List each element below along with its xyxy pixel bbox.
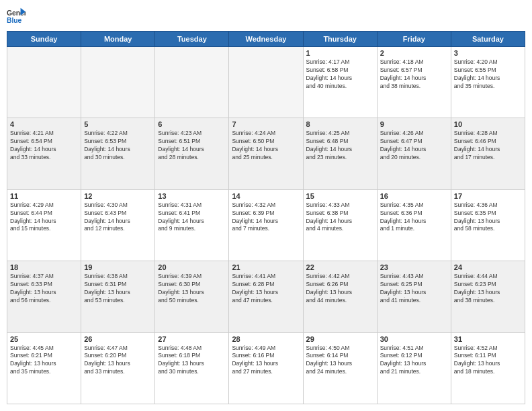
- day-number: 20: [158, 263, 226, 271]
- logo-icon: General Blue: [7, 7, 26, 26]
- day-number: 16: [380, 192, 448, 200]
- logo: General Blue: [7, 7, 30, 26]
- day-info: Sunrise: 4:39 AM Sunset: 6:30 PM Dayligh…: [158, 273, 226, 305]
- calendar-cell: 22Sunrise: 4:42 AM Sunset: 6:26 PM Dayli…: [303, 261, 377, 332]
- day-number: 8: [306, 120, 374, 128]
- day-header-sunday: Sunday: [7, 32, 81, 47]
- calendar-cell: 11Sunrise: 4:29 AM Sunset: 6:44 PM Dayli…: [7, 189, 81, 261]
- day-number: 22: [306, 263, 374, 271]
- calendar-cell: 29Sunrise: 4:50 AM Sunset: 6:14 PM Dayli…: [303, 332, 377, 404]
- calendar-cell: [155, 47, 229, 118]
- calendar-cell: 9Sunrise: 4:26 AM Sunset: 6:47 PM Daylig…: [377, 118, 451, 189]
- day-info: Sunrise: 4:29 AM Sunset: 6:44 PM Dayligh…: [10, 201, 78, 234]
- day-number: 18: [10, 263, 78, 271]
- day-number: 21: [232, 263, 300, 271]
- day-header-thursday: Thursday: [303, 32, 377, 47]
- day-number: 24: [454, 263, 522, 271]
- day-info: Sunrise: 4:24 AM Sunset: 6:50 PM Dayligh…: [232, 130, 300, 162]
- day-header-monday: Monday: [81, 32, 155, 47]
- calendar-cell: 26Sunrise: 4:47 AM Sunset: 6:20 PM Dayli…: [81, 332, 155, 404]
- calendar-cell: 21Sunrise: 4:41 AM Sunset: 6:28 PM Dayli…: [229, 261, 303, 332]
- day-header-saturday: Saturday: [451, 32, 525, 47]
- calendar-cell: 31Sunrise: 4:52 AM Sunset: 6:11 PM Dayli…: [451, 332, 525, 404]
- day-number: 6: [158, 120, 226, 128]
- calendar-cell: [7, 47, 81, 118]
- header: General Blue: [7, 7, 525, 26]
- calendar-cell: 28Sunrise: 4:49 AM Sunset: 6:16 PM Dayli…: [229, 332, 303, 404]
- day-header-friday: Friday: [377, 32, 451, 47]
- calendar-cell: 3Sunrise: 4:20 AM Sunset: 6:55 PM Daylig…: [451, 47, 525, 118]
- day-number: 23: [380, 263, 448, 271]
- day-number: 17: [454, 192, 522, 200]
- day-info: Sunrise: 4:18 AM Sunset: 6:57 PM Dayligh…: [380, 58, 448, 91]
- calendar-cell: 2Sunrise: 4:18 AM Sunset: 6:57 PM Daylig…: [377, 47, 451, 118]
- calendar-table: SundayMondayTuesdayWednesdayThursdayFrid…: [7, 31, 525, 404]
- day-number: 27: [158, 335, 226, 343]
- day-info: Sunrise: 4:21 AM Sunset: 6:54 PM Dayligh…: [10, 130, 78, 162]
- day-number: 1: [306, 49, 374, 57]
- day-info: Sunrise: 4:38 AM Sunset: 6:31 PM Dayligh…: [84, 273, 152, 305]
- calendar-cell: 7Sunrise: 4:24 AM Sunset: 6:50 PM Daylig…: [229, 118, 303, 189]
- calendar-cell: 16Sunrise: 4:35 AM Sunset: 6:36 PM Dayli…: [377, 189, 451, 261]
- day-info: Sunrise: 4:22 AM Sunset: 6:53 PM Dayligh…: [84, 130, 152, 162]
- day-number: 3: [454, 49, 522, 57]
- day-number: 25: [10, 335, 78, 343]
- calendar-cell: 1Sunrise: 4:17 AM Sunset: 6:58 PM Daylig…: [303, 47, 377, 118]
- day-header-tuesday: Tuesday: [155, 32, 229, 47]
- calendar-cell: [229, 47, 303, 118]
- day-number: 19: [84, 263, 152, 271]
- day-number: 28: [232, 335, 300, 343]
- calendar-cell: 17Sunrise: 4:36 AM Sunset: 6:35 PM Dayli…: [451, 189, 525, 261]
- day-number: 15: [306, 192, 374, 200]
- day-info: Sunrise: 4:26 AM Sunset: 6:47 PM Dayligh…: [380, 130, 448, 162]
- day-info: Sunrise: 4:43 AM Sunset: 6:25 PM Dayligh…: [380, 273, 448, 305]
- week-row-2: 4Sunrise: 4:21 AM Sunset: 6:54 PM Daylig…: [7, 118, 525, 189]
- calendar-cell: 25Sunrise: 4:45 AM Sunset: 6:21 PM Dayli…: [7, 332, 81, 404]
- calendar-cell: 5Sunrise: 4:22 AM Sunset: 6:53 PM Daylig…: [81, 118, 155, 189]
- day-info: Sunrise: 4:52 AM Sunset: 6:11 PM Dayligh…: [454, 345, 522, 377]
- day-info: Sunrise: 4:31 AM Sunset: 6:41 PM Dayligh…: [158, 201, 226, 234]
- calendar-cell: 23Sunrise: 4:43 AM Sunset: 6:25 PM Dayli…: [377, 261, 451, 332]
- day-info: Sunrise: 4:41 AM Sunset: 6:28 PM Dayligh…: [232, 273, 300, 305]
- day-number: 26: [84, 335, 152, 343]
- day-number: 5: [84, 120, 152, 128]
- svg-text:Blue: Blue: [7, 17, 22, 24]
- day-info: Sunrise: 4:50 AM Sunset: 6:14 PM Dayligh…: [306, 345, 374, 377]
- day-info: Sunrise: 4:47 AM Sunset: 6:20 PM Dayligh…: [84, 345, 152, 377]
- day-info: Sunrise: 4:49 AM Sunset: 6:16 PM Dayligh…: [232, 345, 300, 377]
- day-info: Sunrise: 4:30 AM Sunset: 6:43 PM Dayligh…: [84, 201, 152, 234]
- calendar-cell: 4Sunrise: 4:21 AM Sunset: 6:54 PM Daylig…: [7, 118, 81, 189]
- day-number: 9: [380, 120, 448, 128]
- day-info: Sunrise: 4:44 AM Sunset: 6:23 PM Dayligh…: [454, 273, 522, 305]
- calendar-cell: 15Sunrise: 4:33 AM Sunset: 6:38 PM Dayli…: [303, 189, 377, 261]
- page: General Blue SundayMondayTuesdayWednesda…: [0, 0, 532, 411]
- day-number: 14: [232, 192, 300, 200]
- day-number: 4: [10, 120, 78, 128]
- day-number: 13: [158, 192, 226, 200]
- day-number: 11: [10, 192, 78, 200]
- calendar-header-row: SundayMondayTuesdayWednesdayThursdayFrid…: [7, 32, 525, 47]
- week-row-4: 18Sunrise: 4:37 AM Sunset: 6:33 PM Dayli…: [7, 261, 525, 332]
- day-info: Sunrise: 4:20 AM Sunset: 6:55 PM Dayligh…: [454, 58, 522, 91]
- day-info: Sunrise: 4:35 AM Sunset: 6:36 PM Dayligh…: [380, 201, 448, 234]
- day-info: Sunrise: 4:33 AM Sunset: 6:38 PM Dayligh…: [306, 201, 374, 234]
- calendar-cell: 27Sunrise: 4:48 AM Sunset: 6:18 PM Dayli…: [155, 332, 229, 404]
- day-info: Sunrise: 4:48 AM Sunset: 6:18 PM Dayligh…: [158, 345, 226, 377]
- calendar-cell: 19Sunrise: 4:38 AM Sunset: 6:31 PM Dayli…: [81, 261, 155, 332]
- calendar-cell: 13Sunrise: 4:31 AM Sunset: 6:41 PM Dayli…: [155, 189, 229, 261]
- calendar-cell: 30Sunrise: 4:51 AM Sunset: 6:12 PM Dayli…: [377, 332, 451, 404]
- day-info: Sunrise: 4:17 AM Sunset: 6:58 PM Dayligh…: [306, 58, 374, 91]
- calendar-cell: 10Sunrise: 4:28 AM Sunset: 6:46 PM Dayli…: [451, 118, 525, 189]
- day-number: 2: [380, 49, 448, 57]
- day-info: Sunrise: 4:25 AM Sunset: 6:48 PM Dayligh…: [306, 130, 374, 162]
- day-info: Sunrise: 4:36 AM Sunset: 6:35 PM Dayligh…: [454, 201, 522, 234]
- week-row-5: 25Sunrise: 4:45 AM Sunset: 6:21 PM Dayli…: [7, 332, 525, 404]
- calendar-cell: 14Sunrise: 4:32 AM Sunset: 6:39 PM Dayli…: [229, 189, 303, 261]
- week-row-1: 1Sunrise: 4:17 AM Sunset: 6:58 PM Daylig…: [7, 47, 525, 118]
- day-number: 29: [306, 335, 374, 343]
- day-info: Sunrise: 4:23 AM Sunset: 6:51 PM Dayligh…: [158, 130, 226, 162]
- calendar-cell: 8Sunrise: 4:25 AM Sunset: 6:48 PM Daylig…: [303, 118, 377, 189]
- calendar-cell: 24Sunrise: 4:44 AM Sunset: 6:23 PM Dayli…: [451, 261, 525, 332]
- calendar-cell: 18Sunrise: 4:37 AM Sunset: 6:33 PM Dayli…: [7, 261, 81, 332]
- calendar-cell: 6Sunrise: 4:23 AM Sunset: 6:51 PM Daylig…: [155, 118, 229, 189]
